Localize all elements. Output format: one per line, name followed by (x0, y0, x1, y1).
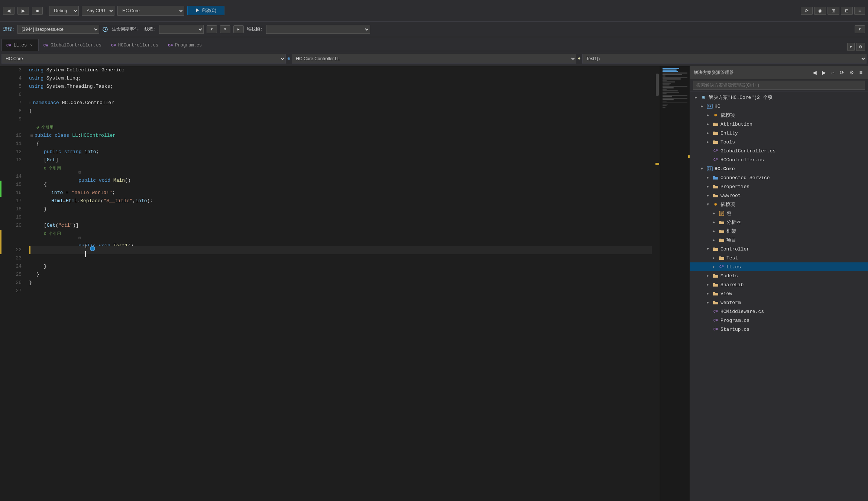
code-line-18: } (29, 205, 652, 213)
filter-btn3[interactable]: ▸ (233, 25, 244, 33)
class-select[interactable]: HC.Core.Controller.LL (292, 54, 576, 64)
filter-btn[interactable]: ▾ (207, 25, 217, 33)
startup-icon: C# (712, 326, 719, 333)
minimap-current-marker (688, 155, 690, 158)
namespace-select[interactable]: HC.Core (1, 54, 286, 64)
solution-chevron: ▶ (693, 94, 699, 100)
sidebar-home-btn[interactable]: ⌂ (829, 68, 836, 77)
props-chevron: ▶ (705, 184, 711, 190)
solution-label: 解决方案"HC.Core"(2 个项 (709, 94, 773, 101)
tree-solution-root[interactable]: ▶ ⊞ 解决方案"HC.Core"(2 个项 (690, 93, 868, 102)
tree-controller[interactable]: ▼ Controller (690, 245, 868, 253)
models-chevron: ▶ (705, 273, 711, 279)
class-icon: ⊕ (287, 56, 290, 62)
tree-ll-cs[interactable]: ▶ C# LL.cs (690, 262, 868, 271)
cpu-select[interactable]: Any CPU (82, 6, 114, 16)
thread-select[interactable] (159, 25, 204, 34)
collapse-14[interactable]: ⊟ (78, 170, 81, 175)
tools-icon (712, 139, 719, 145)
tree-hccore[interactable]: ▼ C# HC.Core (690, 164, 868, 173)
webform-label: Webform (720, 300, 741, 306)
tree-framework[interactable]: ▶ 框架 (690, 227, 868, 236)
globalctrl-icon: C# (712, 148, 719, 154)
toolbar-icon-2[interactable]: ◉ (814, 7, 826, 15)
tree-attribution[interactable]: ▶ Attribution (690, 120, 868, 129)
stop-button[interactable]: ■ (32, 7, 43, 15)
scrollbar-thumb[interactable] (656, 74, 659, 96)
tree-hcmiddleware[interactable]: ▶ C# HCMiddleware.cs (690, 307, 868, 316)
dep2-chevron: ▼ (705, 201, 711, 207)
debug-select[interactable]: Debug (49, 6, 79, 16)
dep1-chevron: ▶ (705, 112, 711, 118)
start-button[interactable]: ▶ 启动(C) (187, 6, 224, 15)
vertical-scrollbar[interactable] (655, 66, 660, 501)
attribution-icon (712, 121, 719, 127)
project-chevron: ▶ (711, 237, 717, 243)
tree-wwwroot[interactable]: ▶ wwwroot (690, 191, 868, 200)
hc-icon: C# (706, 103, 713, 110)
tree-dep2[interactable]: ▼ ⊛ 依赖项 (690, 200, 868, 209)
tree-hcctrl[interactable]: ▶ C# HCController.cs (690, 155, 868, 164)
project-select[interactable]: HC.Core (117, 6, 184, 16)
sharelib-icon (712, 281, 719, 288)
settings-btn[interactable]: ⚙ (856, 43, 865, 51)
view-icon (712, 290, 719, 297)
scroll-marker (655, 163, 659, 165)
tree-view[interactable]: ▶ View (690, 289, 868, 298)
collapse-7[interactable]: ⊟ (29, 99, 32, 107)
sidebar-back-btn[interactable]: ◀ (811, 68, 819, 77)
toolbar-icon-5[interactable]: ≡ (854, 7, 865, 15)
connected-chevron: ▶ (705, 175, 711, 181)
tree-project[interactable]: ▶ 项目 (690, 236, 868, 245)
hcmiddleware-icon: C# (712, 308, 719, 315)
dep1-icon: ⊛ (712, 112, 719, 119)
stack-select[interactable] (266, 25, 370, 34)
tree-dep1[interactable]: ▶ ⊛ 依赖项 (690, 111, 868, 120)
sidebar-forward-btn[interactable]: ▶ (820, 68, 828, 77)
sidebar-settings-btn[interactable]: ⚙ (848, 68, 856, 77)
toolbar-icon-4[interactable]: ⊟ (841, 7, 853, 15)
sidebar-menu-btn[interactable]: ≡ (858, 68, 864, 77)
tab-close-ll[interactable]: ✕ (29, 42, 34, 48)
process-select[interactable]: [3944] iisexpress.exe (17, 25, 99, 34)
tree-sharelib[interactable]: ▶ ShareLib (690, 280, 868, 289)
sidebar-refresh-btn[interactable]: ⟳ (838, 68, 846, 77)
toolbar-icon-3[interactable]: ⊞ (827, 7, 839, 15)
tree-test[interactable]: ▶ Test (690, 253, 868, 262)
toolbar-icon-1[interactable]: ⟳ (801, 7, 813, 15)
collapse-10[interactable]: ⊟ (30, 132, 33, 140)
tab-ll-cs[interactable]: C# LL.cs ✕ (1, 39, 39, 51)
tree-globalctrl[interactable]: ▶ C# GlobalController.cs (690, 146, 868, 155)
nav-dropdown[interactable]: ▾ (847, 43, 855, 51)
tree-tools[interactable]: ▶ Tools (690, 138, 868, 146)
tree-models[interactable]: ▶ Models (690, 271, 868, 280)
code-line-7: ⊟ namespace HC.Core.Controller (29, 99, 652, 107)
tab-hccontroller[interactable]: C# HCController.cs (106, 39, 163, 51)
code-content[interactable]: using System.Collections.Generic; using … (26, 66, 655, 501)
back-button[interactable]: ◀ (3, 7, 14, 15)
tree-props[interactable]: ▶ Properties (690, 182, 868, 191)
tree-analyze[interactable]: ▶ 分析器 (690, 218, 868, 227)
sidebar-search-input[interactable] (693, 81, 865, 90)
tree-connected[interactable]: ▶ Connected Service (690, 173, 868, 182)
thread-label: 线程: (145, 26, 156, 32)
method-select[interactable]: Test1() (582, 54, 867, 64)
program-icon: C# (712, 317, 719, 324)
tree-webform[interactable]: ▶ Webform (690, 298, 868, 307)
forward-button[interactable]: ▶ (17, 7, 29, 15)
tree-entity[interactable]: ▶ Entity (690, 129, 868, 138)
left-gutter (0, 66, 7, 501)
expand-btn[interactable]: ▾ (855, 25, 865, 33)
hccore-icon: C# (706, 165, 713, 172)
tree-node-hc[interactable]: ▶ C# HC (690, 102, 868, 111)
filter-btn2[interactable]: ▾ (220, 25, 230, 33)
tree-package[interactable]: ▶ 包 (690, 209, 868, 218)
tab-global[interactable]: C# GlobalController.cs (39, 39, 106, 51)
tab-program[interactable]: C# Program.cs (163, 39, 207, 51)
tree-program[interactable]: ▶ C# Program.cs (690, 316, 868, 325)
code-line-19 (29, 213, 652, 222)
ll-chevron: ▶ (711, 264, 717, 270)
hc-label: HC (715, 104, 720, 109)
tree-startup[interactable]: ▶ C# Startup.cs (690, 325, 868, 334)
code-line-22[interactable]: { (29, 246, 652, 254)
